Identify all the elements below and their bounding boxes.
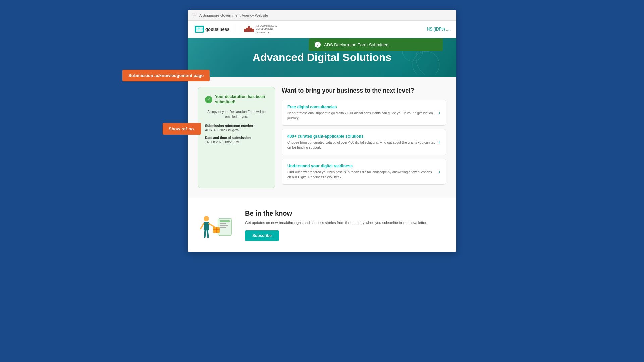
subscribe-button[interactable]: Subscribe [245, 230, 279, 241]
card3-content: Understand your digital readiness Find o… [287, 164, 435, 180]
sg-flag-icon: 🏳️ [192, 13, 197, 18]
card-check-icon: ✓ [205, 96, 212, 103]
svg-line-19 [207, 230, 208, 237]
gobusiness-logo: gobusiness [195, 26, 229, 33]
ref-value: ADS14062023B/UgZW [205, 128, 268, 132]
card-header: ✓ Your declaration has been submitted! [205, 94, 268, 105]
imda-logo: INFOCOMM MEDIA DEVELOPMENT AUTHORITY [239, 24, 282, 34]
nav-idps-link[interactable]: NS (IDPs) ... [427, 27, 449, 32]
svg-rect-0 [196, 27, 199, 29]
svg-rect-8 [220, 223, 226, 224]
info-panel-title: Want to bring your business to the next … [282, 87, 446, 94]
success-banner: ✓ ADS Declaration Form Submitted. [309, 38, 443, 51]
svg-rect-12 [204, 222, 209, 230]
svg-rect-10 [220, 227, 226, 228]
ref-label: Submission reference number [205, 124, 268, 128]
svg-rect-1 [199, 27, 203, 29]
grant-solutions-card[interactable]: 400+ curated grant-applicable solutions … [282, 129, 446, 155]
card-email-note: A copy of your Declaration Form will be … [205, 109, 268, 119]
svg-line-18 [205, 230, 205, 237]
digital-readiness-card[interactable]: Understand your digital readiness Find o… [282, 159, 446, 185]
header-wrapper: gobusiness INFOCO [188, 21, 456, 38]
logo-divider [234, 24, 234, 34]
imda-bars-icon [244, 26, 254, 32]
date-value: 14 Jun 2023, 08:23 PM [205, 140, 268, 144]
gov-text: A Singapore Government Agency Website [199, 13, 268, 17]
card-success-title: Your declaration has been submitted! [215, 94, 268, 105]
card3-desc: Find out how prepared your business is i… [287, 170, 435, 180]
page-title: Advanced Digital Solutions [198, 51, 446, 64]
logo-area: gobusiness INFOCO [195, 24, 282, 34]
svg-rect-9 [220, 225, 228, 226]
gb-label: gobusiness [205, 27, 229, 32]
svg-line-14 [209, 224, 215, 227]
card3-title: Understand your digital readiness [287, 164, 435, 168]
newsletter-title: Be in the know [245, 209, 446, 217]
newsletter-desc: Get updates on new breakthroughs and suc… [245, 220, 446, 226]
card2-title: 400+ curated grant-applicable solutions [287, 134, 435, 139]
success-check-icon: ✓ [315, 42, 321, 48]
annotation-submission-btn[interactable]: Submission acknowledgement page [122, 70, 210, 81]
imda-label: INFOCOMM MEDIA DEVELOPMENT AUTHORITY [256, 24, 282, 34]
card3-arrow-icon: › [439, 169, 440, 174]
date-label: Date and time of submission [205, 136, 268, 140]
card2-arrow-icon: › [439, 139, 440, 145]
submission-card: ✓ Your declaration has been submitted! A… [198, 87, 275, 188]
card1-desc: Need professional support to go digital?… [287, 111, 435, 121]
newsletter-section: Be in the know Get updates on new breakt… [188, 198, 456, 252]
top-bar: 🏳️ A Singapore Government Agency Website [188, 10, 456, 21]
header-nav: gobusiness INFOCO [188, 21, 456, 38]
newsletter-content: Be in the know Get updates on new breakt… [245, 209, 446, 241]
newsletter-illustration [198, 208, 235, 242]
annotation-showref-btn[interactable]: Show ref no. [163, 123, 201, 135]
svg-rect-2 [196, 29, 203, 32]
card1-title: Free digital consultancies [287, 105, 435, 109]
svg-rect-7 [220, 220, 230, 222]
svg-line-13 [201, 224, 204, 229]
main-content: ✓ Your declaration has been submitted! A… [188, 77, 456, 198]
gb-icon [195, 26, 204, 33]
svg-point-11 [204, 216, 209, 221]
card2-content: 400+ curated grant-applicable solutions … [287, 134, 435, 150]
card1-content: Free digital consultancies Need professi… [287, 105, 435, 121]
card2-desc: Choose from our curated catalog of over … [287, 140, 435, 150]
info-panel: Want to bring your business to the next … [282, 87, 446, 188]
free-consultancies-card[interactable]: Free digital consultancies Need professi… [282, 100, 446, 126]
card1-arrow-icon: › [439, 110, 440, 115]
success-banner-text: ADS Declaration Form Submitted. [324, 42, 390, 47]
browser-window: 🏳️ A Singapore Government Agency Website [188, 10, 456, 252]
